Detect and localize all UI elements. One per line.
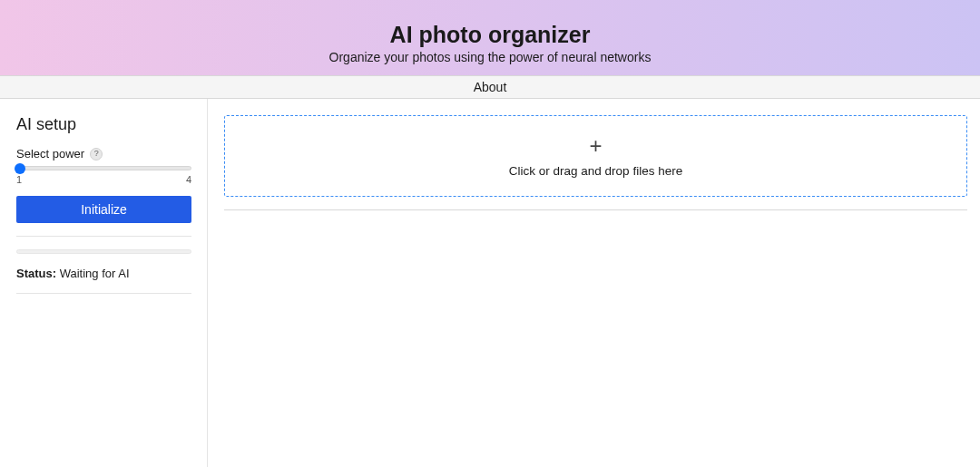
power-slider[interactable] bbox=[16, 166, 191, 170]
app-subtitle: Organize your photos using the power of … bbox=[329, 50, 652, 64]
plus-icon: + bbox=[589, 135, 602, 157]
nav-bar: About bbox=[0, 75, 980, 99]
sidebar-heading: AI setup bbox=[16, 115, 191, 134]
main-content: + Click or drag and drop files here bbox=[208, 99, 980, 467]
slider-track bbox=[16, 166, 191, 170]
app-title: AI photo organizer bbox=[390, 22, 591, 48]
slider-thumb[interactable] bbox=[15, 163, 25, 174]
select-power-row: Select power ? bbox=[16, 147, 191, 161]
slider-min-label: 1 bbox=[16, 174, 22, 185]
file-dropzone[interactable]: + Click or drag and drop files here bbox=[224, 115, 967, 197]
sidebar: AI setup Select power ? 1 4 Initialize S… bbox=[0, 99, 208, 467]
slider-max-label: 4 bbox=[186, 174, 191, 185]
status-row: Status: Waiting for AI bbox=[16, 267, 191, 280]
dropzone-text: Click or drag and drop files here bbox=[509, 164, 682, 178]
slider-range-labels: 1 4 bbox=[16, 174, 191, 185]
sidebar-separator-2 bbox=[16, 293, 191, 294]
about-link[interactable]: About bbox=[474, 80, 507, 94]
status-value: Waiting for AI bbox=[60, 267, 130, 280]
sidebar-separator bbox=[16, 236, 191, 237]
status-label: Status: bbox=[16, 267, 56, 280]
initialize-button[interactable]: Initialize bbox=[16, 196, 191, 223]
select-power-label: Select power bbox=[16, 147, 84, 161]
help-icon[interactable]: ? bbox=[90, 148, 103, 161]
app-header: AI photo organizer Organize your photos … bbox=[0, 0, 980, 75]
content-separator bbox=[224, 209, 967, 210]
progress-bar bbox=[16, 249, 191, 254]
